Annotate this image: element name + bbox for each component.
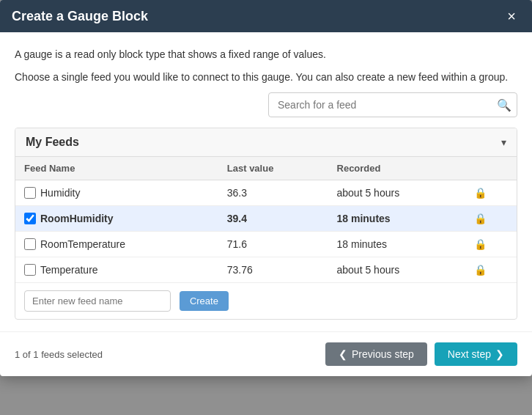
feeds-panel-title: My Feeds — [26, 136, 79, 149]
previous-step-button[interactable]: ❮ Previous step — [325, 342, 427, 366]
feed-last-value: 36.3 — [218, 180, 328, 206]
feed-name-label: RoomTemperature — [40, 238, 125, 250]
footer-buttons: ❮ Previous step Next step ❯ — [325, 342, 517, 366]
feed-lock-cell: 🔒 — [465, 232, 517, 257]
feed-name-cell: Temperature — [15, 257, 218, 283]
col-last-value: Last value — [218, 157, 328, 180]
col-recorded: Recorded — [328, 157, 465, 180]
feed-checkbox-roomhumidity[interactable] — [24, 213, 36, 224]
table-row: RoomHumidity 39.4 18 minutes 🔒 — [15, 206, 517, 232]
lock-icon: 🔒 — [474, 238, 487, 250]
search-wrapper: 🔍 — [268, 92, 517, 117]
next-step-button[interactable]: Next step ❯ — [435, 342, 517, 366]
feed-last-value: 71.6 — [218, 232, 328, 257]
feed-recorded: 18 minutes — [328, 232, 465, 257]
chevron-down-icon: ▾ — [501, 136, 506, 148]
lock-icon: 🔒 — [474, 213, 487, 224]
new-feed-row: Create — [15, 283, 517, 320]
feed-recorded: about 5 hours — [328, 257, 465, 283]
feeds-table: Feed Name Last value Recorded — [15, 157, 517, 319]
feed-checkbox-temperature[interactable] — [24, 264, 36, 276]
search-input[interactable] — [268, 92, 517, 117]
search-container: 🔍 — [15, 92, 517, 117]
feed-lock-cell: 🔒 — [465, 180, 517, 206]
table-row: Temperature 73.76 about 5 hours 🔒 — [15, 257, 517, 283]
col-lock — [465, 157, 517, 180]
feeds-panel-header: My Feeds ▾ — [15, 128, 517, 157]
feed-name-cell: RoomHumidity — [15, 206, 218, 232]
prev-step-label: Previous step — [352, 348, 414, 360]
table-row: RoomTemperature 71.6 18 minutes 🔒 — [15, 232, 517, 257]
feed-name-label: Humidity — [40, 187, 80, 199]
feed-last-value: 73.76 — [218, 257, 328, 283]
new-feed-cell: Create — [15, 283, 517, 320]
feed-last-value: 39.4 — [218, 206, 328, 232]
description-line1: A gauge is a read only block type that s… — [15, 47, 517, 62]
feed-recorded: about 5 hours — [328, 180, 465, 206]
table-header-row: Feed Name Last value Recorded — [15, 157, 517, 180]
feed-name-label: RoomHumidity — [40, 213, 114, 224]
search-icon[interactable]: 🔍 — [497, 98, 511, 112]
col-feed-name: Feed Name — [15, 157, 218, 180]
feed-name-label: Temperature — [40, 264, 98, 276]
close-button[interactable]: × — [503, 7, 520, 25]
feed-name-cell: RoomTemperature — [15, 232, 218, 257]
modal-container: Create a Gauge Block × A gauge is a read… — [0, 0, 532, 376]
feed-checkbox-roomtemperature[interactable] — [24, 238, 36, 250]
description-line2: Choose a single feed you would like to c… — [15, 70, 517, 85]
modal-header: Create a Gauge Block × — [0, 0, 532, 32]
feed-lock-cell: 🔒 — [465, 257, 517, 283]
chevron-left-icon: ❮ — [339, 348, 347, 360]
feeds-panel: My Feeds ▾ Feed Name Last value Recorded — [15, 128, 517, 320]
new-feed-input[interactable] — [24, 290, 171, 312]
modal-overlay: Create a Gauge Block × A gauge is a read… — [0, 0, 532, 415]
feed-lock-cell: 🔒 — [465, 206, 517, 232]
feed-checkbox-humidity[interactable] — [24, 187, 36, 199]
table-row: Humidity 36.3 about 5 hours 🔒 — [15, 180, 517, 206]
feeds-selected-label: 1 of 1 feeds selected — [15, 349, 103, 360]
next-step-label: Next step — [448, 348, 491, 360]
modal-body: A gauge is a read only block type that s… — [0, 32, 532, 331]
chevron-right-icon: ❯ — [495, 348, 504, 360]
feed-name-cell: Humidity — [15, 180, 218, 206]
lock-icon: 🔒 — [474, 187, 487, 199]
feed-recorded: 18 minutes — [328, 206, 465, 232]
create-feed-button[interactable]: Create — [180, 291, 229, 311]
modal-footer: 1 of 1 feeds selected ❮ Previous step Ne… — [0, 331, 532, 376]
modal-title: Create a Gauge Block — [12, 9, 148, 24]
lock-icon: 🔒 — [474, 264, 487, 276]
